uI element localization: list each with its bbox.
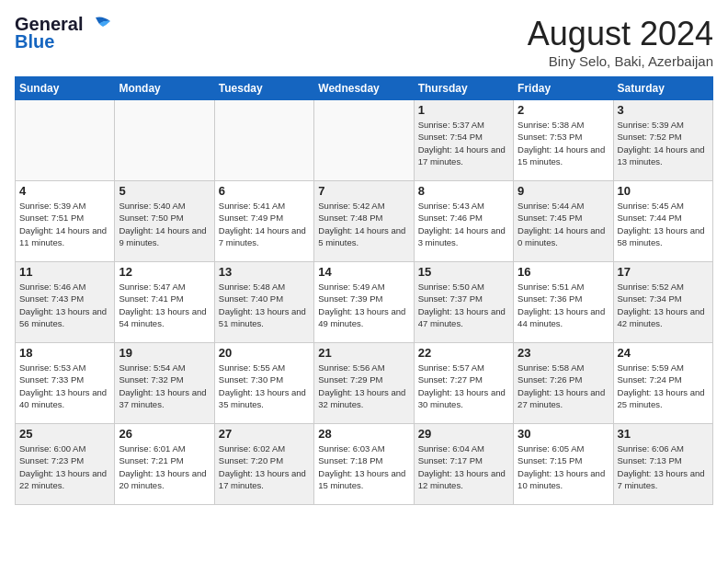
day-number: 30	[518, 427, 609, 441]
day-number: 9	[518, 184, 609, 198]
calendar-cell: 3Sunrise: 5:39 AMSunset: 7:52 PMDaylight…	[613, 100, 712, 181]
day-number: 2	[518, 103, 609, 117]
day-header-friday: Friday	[514, 77, 613, 100]
calendar-cell: 17Sunrise: 5:52 AMSunset: 7:34 PMDayligh…	[613, 262, 712, 343]
day-info: Sunrise: 5:49 AMSunset: 7:39 PMDaylight:…	[318, 281, 409, 329]
calendar-cell: 10Sunrise: 5:45 AMSunset: 7:44 PMDayligh…	[613, 181, 712, 262]
day-header-sunday: Sunday	[16, 77, 115, 100]
day-number: 8	[418, 184, 509, 198]
day-number: 15	[418, 265, 509, 279]
day-info: Sunrise: 5:57 AMSunset: 7:27 PMDaylight:…	[418, 362, 509, 410]
day-info: Sunrise: 6:03 AMSunset: 7:18 PMDaylight:…	[318, 442, 409, 491]
day-info: Sunrise: 5:46 AMSunset: 7:43 PMDaylight:…	[19, 281, 110, 329]
day-info: Sunrise: 5:50 AMSunset: 7:37 PMDaylight:…	[418, 281, 509, 329]
calendar-cell: 6Sunrise: 5:41 AMSunset: 7:49 PMDaylight…	[214, 181, 313, 262]
calendar-cell: 7Sunrise: 5:42 AMSunset: 7:48 PMDaylight…	[314, 181, 414, 262]
day-number: 12	[119, 265, 210, 279]
calendar-cell: 22Sunrise: 5:57 AMSunset: 7:27 PMDayligh…	[414, 343, 513, 424]
calendar-table: SundayMondayTuesdayWednesdayThursdayFrid…	[15, 76, 713, 505]
day-header-saturday: Saturday	[613, 77, 712, 100]
calendar-cell: 2Sunrise: 5:38 AMSunset: 7:53 PMDaylight…	[514, 100, 613, 181]
day-info: Sunrise: 5:58 AMSunset: 7:26 PMDaylight:…	[518, 362, 609, 410]
day-info: Sunrise: 5:55 AMSunset: 7:30 PMDaylight:…	[219, 362, 310, 410]
week-row-1: 1Sunrise: 5:37 AMSunset: 7:54 PMDaylight…	[16, 100, 713, 181]
day-info: Sunrise: 5:51 AMSunset: 7:36 PMDaylight:…	[518, 281, 609, 329]
day-info: Sunrise: 5:37 AMSunset: 7:54 PMDaylight:…	[418, 119, 509, 167]
day-info: Sunrise: 5:54 AMSunset: 7:32 PMDaylight:…	[119, 362, 210, 410]
logo-bird-icon	[86, 16, 112, 32]
day-info: Sunrise: 5:48 AMSunset: 7:40 PMDaylight:…	[219, 281, 310, 329]
logo: General Blue	[15, 15, 112, 52]
day-number: 4	[19, 184, 110, 198]
calendar-cell: 30Sunrise: 6:05 AMSunset: 7:15 PMDayligh…	[514, 424, 613, 505]
calendar-cell: 24Sunrise: 5:59 AMSunset: 7:24 PMDayligh…	[613, 343, 712, 424]
calendar-cell: 13Sunrise: 5:48 AMSunset: 7:40 PMDayligh…	[214, 262, 313, 343]
day-number: 31	[618, 427, 709, 441]
calendar-cell: 27Sunrise: 6:02 AMSunset: 7:20 PMDayligh…	[214, 424, 313, 505]
day-number: 28	[318, 427, 409, 441]
calendar-cell: 23Sunrise: 5:58 AMSunset: 7:26 PMDayligh…	[514, 343, 613, 424]
day-info: Sunrise: 5:52 AMSunset: 7:34 PMDaylight:…	[618, 281, 709, 329]
calendar-cell: 28Sunrise: 6:03 AMSunset: 7:18 PMDayligh…	[314, 424, 414, 505]
calendar-cell: 31Sunrise: 6:06 AMSunset: 7:13 PMDayligh…	[613, 424, 712, 505]
day-header-tuesday: Tuesday	[214, 77, 313, 100]
day-info: Sunrise: 5:38 AMSunset: 7:53 PMDaylight:…	[518, 119, 609, 167]
week-row-3: 11Sunrise: 5:46 AMSunset: 7:43 PMDayligh…	[16, 262, 713, 343]
day-number: 29	[418, 427, 509, 441]
calendar-cell: 29Sunrise: 6:04 AMSunset: 7:17 PMDayligh…	[414, 424, 513, 505]
location-subtitle: Biny Selo, Baki, Azerbaijan	[528, 53, 713, 69]
day-number: 22	[418, 346, 509, 360]
day-info: Sunrise: 5:42 AMSunset: 7:48 PMDaylight:…	[318, 200, 409, 248]
calendar-cell: 25Sunrise: 6:00 AMSunset: 7:23 PMDayligh…	[16, 424, 115, 505]
day-info: Sunrise: 6:05 AMSunset: 7:15 PMDaylight:…	[518, 442, 609, 491]
day-info: Sunrise: 5:41 AMSunset: 7:49 PMDaylight:…	[219, 200, 310, 248]
calendar-cell: 8Sunrise: 5:43 AMSunset: 7:46 PMDaylight…	[414, 181, 513, 262]
day-info: Sunrise: 5:56 AMSunset: 7:29 PMDaylight:…	[318, 362, 409, 410]
day-number: 13	[219, 265, 310, 279]
calendar-cell: 5Sunrise: 5:40 AMSunset: 7:50 PMDaylight…	[115, 181, 214, 262]
day-info: Sunrise: 6:00 AMSunset: 7:23 PMDaylight:…	[19, 442, 110, 491]
day-number: 10	[618, 184, 709, 198]
day-header-monday: Monday	[115, 77, 214, 100]
calendar-cell: 16Sunrise: 5:51 AMSunset: 7:36 PMDayligh…	[514, 262, 613, 343]
day-info: Sunrise: 6:02 AMSunset: 7:20 PMDaylight:…	[219, 442, 310, 491]
day-number: 24	[618, 346, 709, 360]
day-info: Sunrise: 5:40 AMSunset: 7:50 PMDaylight:…	[119, 200, 210, 248]
day-info: Sunrise: 6:01 AMSunset: 7:21 PMDaylight:…	[119, 442, 210, 491]
calendar-cell: 1Sunrise: 5:37 AMSunset: 7:54 PMDaylight…	[414, 100, 513, 181]
day-info: Sunrise: 6:04 AMSunset: 7:17 PMDaylight:…	[418, 442, 509, 491]
calendar-cell	[115, 100, 214, 181]
logo-blue: Blue	[15, 31, 54, 52]
day-number: 16	[518, 265, 609, 279]
day-number: 14	[318, 265, 409, 279]
day-number: 17	[618, 265, 709, 279]
day-info: Sunrise: 5:44 AMSunset: 7:45 PMDaylight:…	[518, 200, 609, 248]
day-number: 19	[119, 346, 210, 360]
day-number: 3	[618, 103, 709, 117]
day-number: 26	[119, 427, 210, 441]
month-title: August 2024	[528, 15, 713, 53]
day-info: Sunrise: 5:47 AMSunset: 7:41 PMDaylight:…	[119, 281, 210, 329]
day-number: 20	[219, 346, 310, 360]
day-number: 7	[318, 184, 409, 198]
day-number: 23	[518, 346, 609, 360]
calendar-cell: 15Sunrise: 5:50 AMSunset: 7:37 PMDayligh…	[414, 262, 513, 343]
calendar-cell: 4Sunrise: 5:39 AMSunset: 7:51 PMDaylight…	[16, 181, 115, 262]
calendar-cell: 11Sunrise: 5:46 AMSunset: 7:43 PMDayligh…	[16, 262, 115, 343]
day-number: 25	[19, 427, 110, 441]
calendar-cell: 26Sunrise: 6:01 AMSunset: 7:21 PMDayligh…	[115, 424, 214, 505]
calendar-cell: 14Sunrise: 5:49 AMSunset: 7:39 PMDayligh…	[314, 262, 414, 343]
logo-general: General	[15, 15, 83, 33]
day-info: Sunrise: 5:53 AMSunset: 7:33 PMDaylight:…	[19, 362, 110, 410]
day-info: Sunrise: 5:39 AMSunset: 7:51 PMDaylight:…	[19, 200, 110, 248]
calendar-cell	[16, 100, 115, 181]
calendar-cell: 21Sunrise: 5:56 AMSunset: 7:29 PMDayligh…	[314, 343, 414, 424]
day-header-thursday: Thursday	[414, 77, 513, 100]
day-header-wednesday: Wednesday	[314, 77, 414, 100]
calendar-header-row: SundayMondayTuesdayWednesdayThursdayFrid…	[16, 77, 713, 100]
day-number: 5	[119, 184, 210, 198]
day-number: 11	[19, 265, 110, 279]
week-row-5: 25Sunrise: 6:00 AMSunset: 7:23 PMDayligh…	[16, 424, 713, 505]
day-number: 6	[219, 184, 310, 198]
day-info: Sunrise: 5:39 AMSunset: 7:52 PMDaylight:…	[618, 119, 709, 167]
